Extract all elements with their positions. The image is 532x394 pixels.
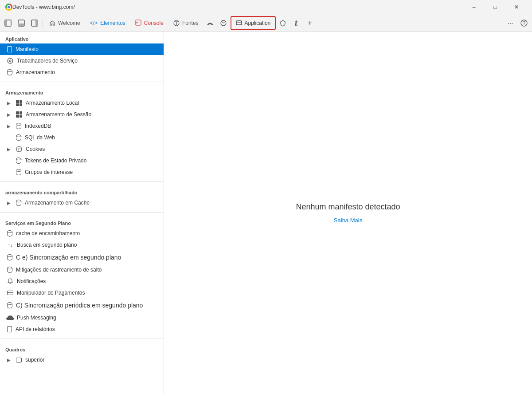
add-icon: + (308, 19, 312, 27)
sidebar-item-cookies[interactable]: ▶ Cookies (0, 143, 164, 155)
notificacoes-label: Notificações (17, 278, 46, 284)
divider-1 (0, 82, 164, 82)
sidebar-item-grupos[interactable]: Grupos de interesse (0, 166, 164, 178)
title-bar: DevTools - www.bing.com/ – □ ✕ (0, 0, 532, 14)
divider-4 (0, 339, 164, 339)
no-manifest-text: Nenhum manifesto detectado (296, 202, 400, 212)
svg-text:?: ? (523, 21, 525, 26)
cookie-icon (16, 146, 22, 152)
close-button[interactable]: ✕ (506, 0, 527, 14)
cookies-label: Cookies (26, 146, 45, 152)
svg-point-17 (18, 148, 19, 149)
sidebar-item-cache-encaminhamento[interactable]: cache de encaminhamento (0, 228, 164, 239)
sidebar-item-push[interactable]: Push Messaging (0, 312, 164, 323)
minimize-button[interactable]: – (464, 0, 484, 14)
cache-encaminhamento-icon (7, 230, 12, 236)
svg-rect-10 (236, 21, 242, 25)
tab-console-label: Console (144, 20, 164, 26)
sidebar-item-manifesto[interactable]: Manifesto (0, 43, 164, 55)
tab-fontes[interactable]: Fontes (169, 16, 203, 30)
tab-add[interactable]: + (303, 16, 316, 30)
title-bar-controls: – □ ✕ (464, 0, 527, 14)
divider-3 (0, 212, 164, 213)
storage-icon (7, 69, 12, 75)
section-servicos: Serviços em Segundo Plano (0, 216, 164, 228)
help-icon[interactable]: ? (518, 17, 530, 29)
sidebar-item-trabalhadores[interactable]: Trabalhadores de Serviço (0, 55, 164, 67)
tokens-label: Tokens de Estado Privado (25, 158, 86, 164)
divider-2 (0, 181, 164, 182)
sidebar-item-mitigacoes[interactable]: Mitigações de rastreamento de salto (0, 264, 164, 276)
cache-label: Armazenamento em Cache (25, 200, 90, 206)
svg-point-18 (20, 148, 20, 149)
sidebar-item-api-relatorios[interactable]: API de relatórios (0, 323, 164, 335)
sidebar-item-armazenamento-local[interactable]: ▶ Armazenamento Local (0, 97, 164, 109)
content-area: Nenhum manifesto detectado Saiba Mais (164, 32, 532, 394)
home-icon (49, 20, 55, 26)
sidebar-item-pagamentos[interactable]: Manipulador de Pagamentos (0, 287, 164, 299)
busca-label: Busca em segundo plano (17, 242, 77, 248)
pagamentos-label: Manipulador de Pagamentos (17, 290, 85, 296)
local-storage-icon (16, 100, 22, 106)
sidebar-item-tokens[interactable]: Tokens de Estado Privado (0, 155, 164, 166)
dock-bottom-icon[interactable] (15, 17, 27, 29)
sidebar-item-superior[interactable]: ▶ superior (0, 354, 164, 366)
pagamentos-icon (7, 291, 13, 295)
sidebar-item-sql[interactable]: SQL da Web (0, 132, 164, 143)
sidebar-item-armazenamento-sessao[interactable]: ▶ Armazenamento de Sessão (0, 109, 164, 120)
tokens-icon (16, 158, 21, 164)
expand-arrow-local: ▶ (7, 101, 12, 106)
console-icon (135, 20, 141, 27)
manifesto-icon (7, 46, 12, 52)
svg-rect-1 (5, 20, 7, 26)
sidebar-item-busca[interactable]: ↑↓ Busca em segundo plano (0, 239, 164, 251)
title-bar-text: DevTools - www.bing.com/ (12, 4, 464, 10)
maximize-button[interactable]: □ (485, 0, 505, 14)
tab-welcome[interactable]: Welcome (45, 16, 85, 30)
fontes-icon (173, 20, 180, 26)
tab-console[interactable]: Console (131, 16, 168, 30)
svg-point-16 (16, 146, 22, 152)
section-aplicativo: Aplicativo (0, 32, 164, 43)
sidebar-item-indexeddb[interactable]: ▶ IndexedDB (0, 120, 164, 132)
section-armazenamento-compartilhado: armazenamento compartilhado (0, 185, 164, 197)
section-quadros: Quadros (0, 343, 164, 354)
tab-separator-1 (43, 19, 43, 28)
manifesto-label: Manifesto (16, 46, 39, 52)
periodica-icon (7, 302, 12, 308)
dock-left-icon[interactable] (2, 17, 14, 29)
sidebar-item-armazenamento-app[interactable]: Armazenamento (0, 67, 164, 78)
cache-encaminhamento-label: cache de encaminhamento (16, 230, 80, 236)
indexeddb-icon (16, 123, 21, 129)
periodica-label: C) Sincronização periódica em segundo pl… (16, 302, 143, 309)
lighthouse-icon[interactable] (290, 17, 302, 29)
performance-icon[interactable] (217, 17, 230, 29)
tab-elementos-label: Elementos (100, 20, 125, 26)
expand-arrow-db: ▶ (7, 124, 12, 129)
expand-arrow-cache: ▶ (7, 201, 12, 205)
tab-elementos[interactable]: </> Elementos (86, 16, 130, 30)
tab-bar: Welcome </> Elementos Console Fontes (0, 14, 532, 32)
security-icon[interactable] (277, 17, 289, 29)
more-options-icon[interactable]: ··· (505, 17, 517, 29)
armazenamento-sessao-label: Armazenamento de Sessão (26, 111, 91, 118)
sidebar-item-sincronizacao[interactable]: C e) Sincronização em segundo plano (0, 251, 164, 264)
push-label: Push Messaging (17, 315, 56, 321)
tab-application-label: Application (245, 20, 271, 26)
sidebar-item-periodica[interactable]: C) Sincronização periódica em segundo pl… (0, 299, 164, 312)
learn-more-link[interactable]: Saiba Mais (334, 217, 362, 224)
push-icon (7, 315, 13, 320)
armazenamento-local-label: Armazenamento Local (26, 100, 79, 106)
sidebar-item-cache[interactable]: ▶ Armazenamento em Cache (0, 197, 164, 209)
dock-right-icon[interactable] (28, 17, 41, 29)
network-icon[interactable] (204, 17, 216, 29)
grupos-icon (16, 169, 21, 175)
armazenamento-app-label: Armazenamento (16, 69, 55, 75)
sidebar: Aplicativo Manifesto Trabalhadores de Se… (0, 32, 164, 394)
sidebar-item-notificacoes[interactable]: Notificações (0, 276, 164, 287)
mitigacoes-label: Mitigações de rastreamento de salto (16, 267, 102, 273)
tab-fontes-label: Fontes (182, 20, 199, 26)
api-relatorios-label: API de relatórios (16, 326, 55, 332)
svg-rect-3 (18, 24, 24, 26)
tab-application[interactable]: Application (231, 16, 276, 30)
